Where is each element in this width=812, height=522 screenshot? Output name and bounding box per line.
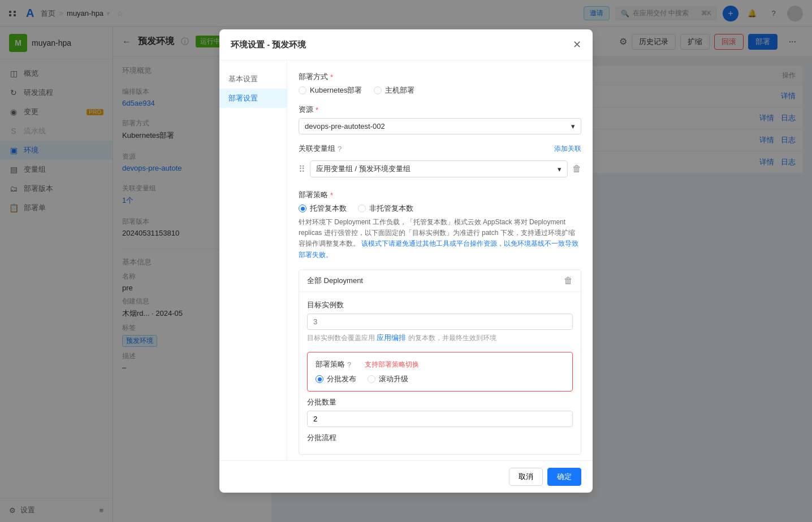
deployment-delete-icon[interactable]: 🗑 xyxy=(564,276,573,286)
deployment-box-header: 全部 Deployment 🗑 xyxy=(299,270,581,292)
form-target-instance: 目标实例数 目标实例数会覆盖应用 应用编排 的复本数，并最终生效到环境 xyxy=(307,300,573,343)
modal-content: 部署方式 * Kubernetes部署 主机部署 xyxy=(287,60,593,460)
policy-hint: 支持部署策略切换 xyxy=(365,360,419,369)
radio-batch-label: 分批发布 xyxy=(327,374,356,384)
modal-footer: 取消 确定 xyxy=(219,460,593,493)
deployment-box-body: 目标实例数 目标实例数会覆盖应用 应用编排 的复本数，并最终生效到环境 xyxy=(299,292,581,455)
radio-rolling-label: 滚动升级 xyxy=(379,374,408,384)
var-group-select[interactable]: 应用变量组 / 预发环境变量组 ▾ xyxy=(310,160,568,177)
radio-unmanaged-dot xyxy=(358,205,366,212)
deploy-method-form-label: 部署方式 * xyxy=(299,72,581,82)
modal-backdrop: 环境设置 - 预发环境 ✕ 基本设置 部署设置 部署方式 * xyxy=(0,0,812,522)
apply-edit-link[interactable]: 应用编排 xyxy=(377,333,406,342)
modal-body: 基本设置 部署设置 部署方式 * Kubernetes部署 xyxy=(219,60,593,460)
batch-process-group: 分批流程 xyxy=(307,433,573,443)
modal-sidebar-deploy[interactable]: 部署设置 xyxy=(219,89,287,108)
deployment-box-title: 全部 Deployment xyxy=(307,276,363,286)
cancel-button[interactable]: 取消 xyxy=(509,468,543,486)
delete-var-group-icon[interactable]: 🗑 xyxy=(572,164,581,174)
var-group-row: ⠿ 应用变量组 / 预发环境变量组 ▾ 🗑 xyxy=(299,157,581,181)
policy-radio-group: 分批发布 滚动升级 xyxy=(316,374,564,384)
modal-sidebar: 基本设置 部署设置 xyxy=(219,60,287,460)
radio-k8s-label: Kubernetes部署 xyxy=(310,85,362,95)
form-deploy-method: 部署方式 * Kubernetes部署 主机部署 xyxy=(299,72,581,95)
modal-close-button[interactable]: ✕ xyxy=(573,38,581,51)
radio-k8s[interactable]: Kubernetes部署 xyxy=(299,85,362,95)
deploy-method-radio-group: Kubernetes部署 主机部署 xyxy=(299,85,581,95)
batch-process-label: 分批流程 xyxy=(307,433,573,443)
batch-num-input[interactable] xyxy=(307,411,573,427)
radio-rolling[interactable]: 滚动升级 xyxy=(368,374,408,384)
deploy-strategy-label: 部署策略 * xyxy=(299,190,581,200)
radio-host[interactable]: 主机部署 xyxy=(374,85,414,95)
radio-unmanaged-label: 非托管复本数 xyxy=(369,203,413,214)
strategy-desc: 针对环境下 Deployment 工作负载，「托管复本数」模式云效 AppSta… xyxy=(299,217,581,260)
radio-host-label: 主机部署 xyxy=(385,85,414,95)
radio-managed-label: 托管复本数 xyxy=(310,203,347,214)
target-instance-label: 目标实例数 xyxy=(307,300,573,310)
resource-form-label: 资源 * xyxy=(299,105,581,115)
radio-k8s-dot xyxy=(299,86,306,94)
radio-unmanaged[interactable]: 非托管复本数 xyxy=(358,203,413,214)
required-mark: * xyxy=(330,73,333,81)
radio-batch[interactable]: 分批发布 xyxy=(316,374,356,384)
confirm-button[interactable]: 确定 xyxy=(547,468,581,486)
drag-icon: ⠿ xyxy=(299,164,305,175)
radio-batch-dot xyxy=(316,375,323,383)
radio-host-dot xyxy=(374,86,382,94)
modal-header: 环境设置 - 预发环境 ✕ xyxy=(219,29,593,60)
target-instance-hint: 目标实例数会覆盖应用 应用编排 的复本数，并最终生效到环境 xyxy=(307,332,573,343)
form-deploy-strategy: 部署策略 * 托管复本数 非托管复本数 针对 xyxy=(299,190,581,260)
batch-num-label: 分批数量 xyxy=(307,397,573,407)
resource-select-value: devops-pre-autotest-002 xyxy=(305,122,385,130)
modal-title: 环境设置 - 预发环境 xyxy=(231,40,573,50)
target-instance-input[interactable] xyxy=(307,314,573,330)
resource-select-arrow: ▾ xyxy=(571,122,575,130)
radio-managed-dot xyxy=(299,205,306,212)
required-mark3: * xyxy=(330,191,333,199)
var-group-arrow: ▾ xyxy=(558,165,562,173)
form-var-group: 关联变量组 ? 添加关联 ⠿ 应用变量组 / 预发环境变量组 ▾ 🗑 xyxy=(299,143,581,181)
resource-select[interactable]: devops-pre-autotest-002 ▾ xyxy=(299,118,581,134)
modal: 环境设置 - 预发环境 ✕ 基本设置 部署设置 部署方式 * xyxy=(219,29,593,493)
modal-sidebar-basic[interactable]: 基本设置 xyxy=(219,69,287,89)
radio-rolling-dot xyxy=(368,375,375,383)
strategy-radio-group: 托管复本数 非托管复本数 xyxy=(299,203,581,214)
deployment-box: 全部 Deployment 🗑 目标实例数 目标实例数会覆盖应用 应用编排 的复… xyxy=(299,269,581,455)
add-var-group-link[interactable]: 添加关联 xyxy=(554,144,581,154)
policy-box: 部署策略 ? 支持部署策略切换 分批发布 xyxy=(307,352,573,392)
form-resource: 资源 * devops-pre-autotest-002 ▾ xyxy=(299,105,581,134)
radio-managed[interactable]: 托管复本数 xyxy=(299,203,347,214)
policy-help-icon[interactable]: ? xyxy=(347,360,351,369)
var-group-help-icon[interactable]: ? xyxy=(338,145,342,153)
policy-label: 部署策略 ? 支持部署策略切换 xyxy=(316,359,564,369)
var-group-form-label: 关联变量组 ? 添加关联 xyxy=(299,143,581,154)
required-mark2: * xyxy=(316,106,318,114)
var-group-select-value: 应用变量组 / 预发环境变量组 xyxy=(316,164,411,174)
batch-num-group: 分批数量 xyxy=(307,397,573,427)
